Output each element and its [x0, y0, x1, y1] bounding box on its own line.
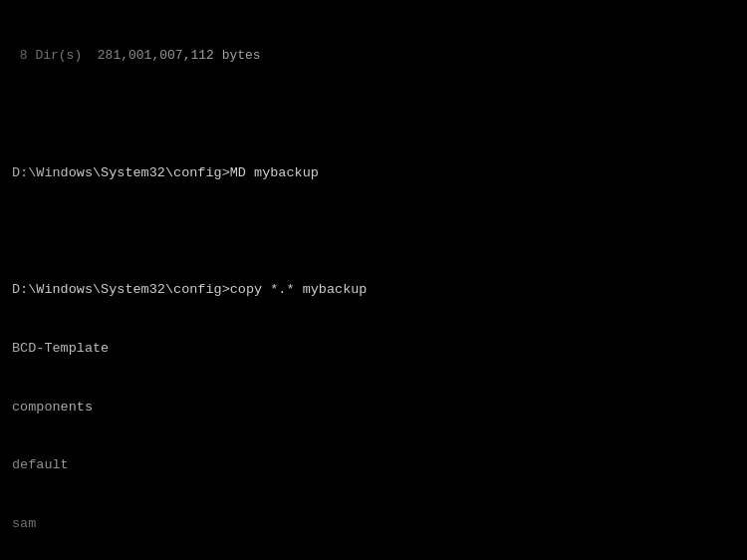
output-default: default [12, 455, 735, 475]
copy-command-line: D:\Windows\System32\config>copy *.* myba… [12, 280, 735, 300]
output-components: components [12, 398, 735, 418]
mkdir-command-line: D:\Windows\System32\config>MD mybackup [12, 163, 735, 183]
blank-line-1 [12, 105, 735, 125]
output-bcd: BCD-Template [12, 339, 735, 359]
terminal-window: 8 Dir(s) 281,001,007,112 bytes D:\Window… [12, 8, 735, 552]
partial-output-line: 8 Dir(s) 281,001,007,112 bytes [12, 47, 735, 66]
output-sam: sam [12, 514, 735, 534]
blank-line-2 [12, 221, 735, 241]
